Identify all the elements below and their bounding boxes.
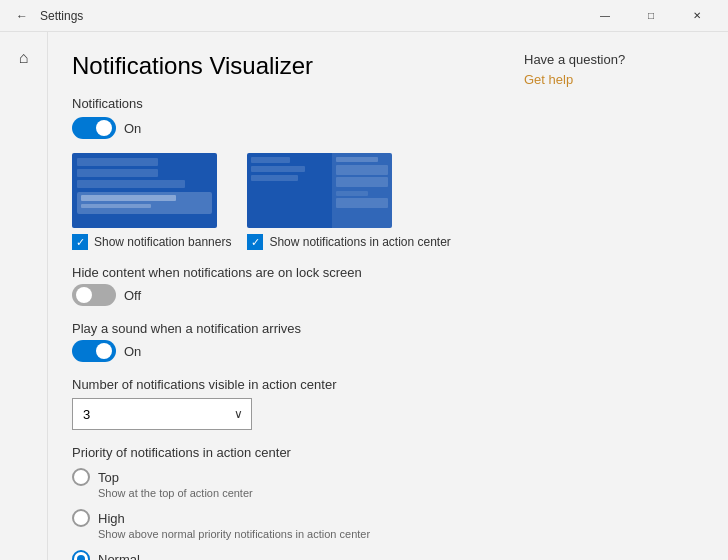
radio-dot <box>77 555 85 560</box>
sim-card-bar <box>81 195 176 201</box>
preview-banners-image <box>72 153 217 228</box>
radio-normal[interactable] <box>72 550 90 560</box>
ac-bar <box>251 175 297 181</box>
toggle-knob <box>96 343 112 359</box>
ac-panel-bar <box>336 157 378 162</box>
sound-toggle-row: On <box>72 340 484 362</box>
titlebar: ← Settings — □ ✕ <box>0 0 728 32</box>
sim-bar <box>77 180 185 188</box>
radio-row-high: High <box>72 509 484 527</box>
checkbox-banners-label: Show notification banners <box>94 235 231 249</box>
radio-row-top: Top <box>72 468 484 486</box>
radio-item-high: High Show above normal priority notifica… <box>72 509 484 540</box>
notifications-toggle-label: On <box>124 121 141 136</box>
notifications-toggle-row: On <box>72 117 484 139</box>
sound-toggle[interactable] <box>72 340 116 362</box>
dropdown-arrow-icon: ∨ <box>234 407 243 421</box>
action-center-count-label: Number of notifications visible in actio… <box>72 376 484 392</box>
dropdown-value: 3 <box>83 407 90 422</box>
radio-row-normal: Normal <box>72 550 484 560</box>
home-icon[interactable]: ⌂ <box>6 40 42 76</box>
lock-screen-toggle-label: Off <box>124 288 141 303</box>
radio-top-label: Top <box>98 470 119 485</box>
radio-top[interactable] <box>72 468 90 486</box>
ac-left <box>247 153 332 228</box>
sim-card-bar <box>81 204 151 208</box>
check-icon: ✓ <box>251 237 260 248</box>
ac-bar <box>251 166 305 172</box>
ac-panel-bar <box>336 191 367 196</box>
check-icon: ✓ <box>76 237 85 248</box>
ac-layout <box>247 153 392 228</box>
sound-label: Play a sound when a notification arrives <box>72 320 484 336</box>
dropdown-box[interactable]: 3 ∨ <box>72 398 252 430</box>
minimize-button[interactable]: — <box>582 0 628 32</box>
checkbox-row-banners: ✓ Show notification banners <box>72 234 231 250</box>
app-container: ⌂ Notifications Visualizer Notifications… <box>0 32 728 560</box>
notif-sim-1 <box>72 153 217 219</box>
page-title: Notifications Visualizer <box>72 52 484 80</box>
radio-normal-label: Normal <box>98 552 140 561</box>
sim-bar <box>77 158 158 166</box>
back-button[interactable]: ← <box>8 2 36 30</box>
help-question: Have a question? <box>524 52 712 67</box>
checkbox-action-center[interactable]: ✓ <box>247 234 263 250</box>
window-title: Settings <box>40 9 83 23</box>
notifications-section-label: Notifications <box>72 96 484 111</box>
maximize-button[interactable]: □ <box>628 0 674 32</box>
sim-card <box>77 192 212 214</box>
radio-item-top: Top Show at the top of action center <box>72 468 484 499</box>
sound-toggle-label: On <box>124 344 141 359</box>
radio-high-label: High <box>98 511 125 526</box>
toggle-knob <box>96 120 112 136</box>
checkbox-banners[interactable]: ✓ <box>72 234 88 250</box>
preview-action-center: ✓ Show notifications in action center <box>247 153 450 250</box>
get-help-link[interactable]: Get help <box>524 72 573 87</box>
sim-bar <box>77 169 158 177</box>
priority-label: Priority of notifications in action cent… <box>72 444 484 460</box>
preview-row: ✓ Show notification banners <box>72 153 484 250</box>
ac-right-panel <box>332 153 392 228</box>
notifications-toggle[interactable] <box>72 117 116 139</box>
window-controls: — □ ✕ <box>582 0 720 32</box>
radio-top-desc: Show at the top of action center <box>98 487 484 499</box>
ac-bar <box>251 157 290 163</box>
action-center-count-dropdown: 3 ∨ <box>72 398 484 430</box>
main-content: Notifications Visualizer Notifications O… <box>48 32 508 560</box>
radio-high[interactable] <box>72 509 90 527</box>
ac-item <box>336 177 388 187</box>
preview-banners: ✓ Show notification banners <box>72 153 231 250</box>
checkbox-action-center-label: Show notifications in action center <box>269 235 450 249</box>
lock-screen-toggle-row: Off <box>72 284 484 306</box>
close-button[interactable]: ✕ <box>674 0 720 32</box>
ac-item <box>336 198 388 208</box>
checkbox-row-action-center: ✓ Show notifications in action center <box>247 234 450 250</box>
toggle-knob <box>76 287 92 303</box>
ac-item <box>336 165 388 175</box>
lock-screen-toggle[interactable] <box>72 284 116 306</box>
priority-radio-group: Top Show at the top of action center Hig… <box>72 468 484 560</box>
sidebar: ⌂ <box>0 32 48 560</box>
lock-screen-label: Hide content when notifications are on l… <box>72 264 484 280</box>
right-panel: Have a question? Get help <box>508 32 728 560</box>
preview-action-center-image <box>247 153 392 228</box>
radio-item-normal: Normal Show below high priority notifica… <box>72 550 484 560</box>
radio-high-desc: Show above normal priority notifications… <box>98 528 484 540</box>
